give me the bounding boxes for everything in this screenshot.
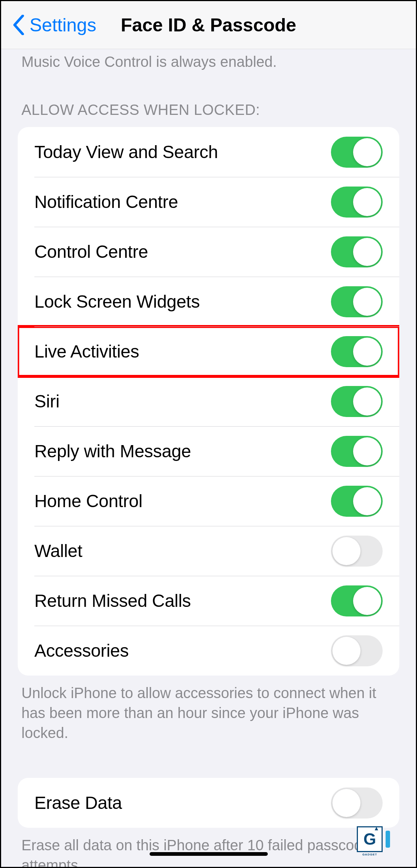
row-label: Control Centre [34, 242, 148, 262]
access-row-return-missed-calls[interactable]: Return Missed Calls [18, 576, 399, 626]
watermark-bar-icon [386, 831, 390, 848]
access-row-live-activities[interactable]: Live Activities [18, 327, 399, 376]
access-row-wallet[interactable]: Wallet [18, 526, 399, 576]
row-label: Siri [34, 391, 59, 411]
erase-data-footer-note: Erase all data on this iPhone after 10 f… [1, 828, 416, 868]
erase-data-toggle[interactable] [331, 787, 383, 819]
toggle-live-activities[interactable] [331, 336, 383, 367]
toggle-wallet[interactable] [331, 536, 383, 567]
toggle-knob [332, 637, 360, 665]
content-area: Music Voice Control is always enabled. A… [1, 49, 416, 868]
toggle-home-control[interactable] [331, 486, 383, 517]
navigation-bar: Settings Face ID & Passcode [1, 1, 416, 49]
toggle-knob [353, 587, 381, 615]
access-row-reply-with-message[interactable]: Reply with Message [18, 426, 399, 476]
toggle-knob [353, 487, 381, 515]
watermark-logo: G ▲ GADGET [357, 826, 390, 852]
page-title: Face ID & Passcode [121, 14, 296, 36]
erase-data-group: Erase Data [18, 778, 399, 828]
toggle-lock-screen-widgets[interactable] [331, 286, 383, 317]
access-row-accessories[interactable]: Accessories [18, 626, 399, 676]
toggle-knob [332, 537, 360, 565]
toggle-knob [353, 288, 381, 316]
row-label: Home Control [34, 491, 143, 511]
arrow-up-icon: ▲ [373, 825, 379, 832]
back-button[interactable]: Settings [12, 14, 96, 36]
accessories-footer-note: Unlock iPhone to allow accessories to co… [1, 676, 416, 743]
toggle-notification-centre[interactable] [331, 187, 383, 218]
erase-data-row[interactable]: Erase Data [18, 778, 399, 828]
allow-access-group: Today View and SearchNotification Centre… [18, 127, 399, 676]
row-label: Reply with Message [34, 441, 191, 461]
row-label: Wallet [34, 541, 82, 561]
access-row-today-view-and-search[interactable]: Today View and Search [18, 127, 399, 177]
toggle-today-view-and-search[interactable] [331, 137, 383, 168]
row-label: Return Missed Calls [34, 591, 191, 611]
row-label: Live Activities [34, 341, 139, 362]
access-row-notification-centre[interactable]: Notification Centre [18, 177, 399, 227]
chevron-left-icon [12, 15, 25, 35]
row-label: Notification Centre [34, 192, 178, 212]
back-label: Settings [30, 14, 96, 36]
access-row-lock-screen-widgets[interactable]: Lock Screen Widgets [18, 277, 399, 327]
row-label: Accessories [34, 640, 129, 661]
toggle-knob [353, 387, 381, 416]
erase-data-label: Erase Data [34, 793, 122, 813]
watermark-g-icon: G ▲ GADGET [357, 826, 383, 852]
toggle-knob [353, 437, 381, 465]
toggle-reply-with-message[interactable] [331, 436, 383, 467]
toggle-knob [332, 789, 360, 817]
toggle-siri[interactable] [331, 386, 383, 417]
toggle-knob [353, 138, 381, 166]
toggle-knob [353, 338, 381, 366]
row-label: Today View and Search [34, 142, 218, 162]
access-row-home-control[interactable]: Home Control [18, 476, 399, 526]
access-row-siri[interactable]: Siri [18, 376, 399, 426]
toggle-accessories[interactable] [331, 635, 383, 666]
home-indicator[interactable] [150, 852, 268, 856]
toggle-return-missed-calls[interactable] [331, 585, 383, 616]
row-label: Lock Screen Widgets [34, 291, 200, 312]
toggle-knob [353, 238, 381, 266]
section-header-allow-access: Allow Access When Locked: [1, 70, 416, 127]
access-row-control-centre[interactable]: Control Centre [18, 227, 399, 277]
toggle-knob [353, 188, 381, 216]
voice-control-note: Music Voice Control is always enabled. [1, 49, 416, 70]
toggle-control-centre[interactable] [331, 236, 383, 267]
